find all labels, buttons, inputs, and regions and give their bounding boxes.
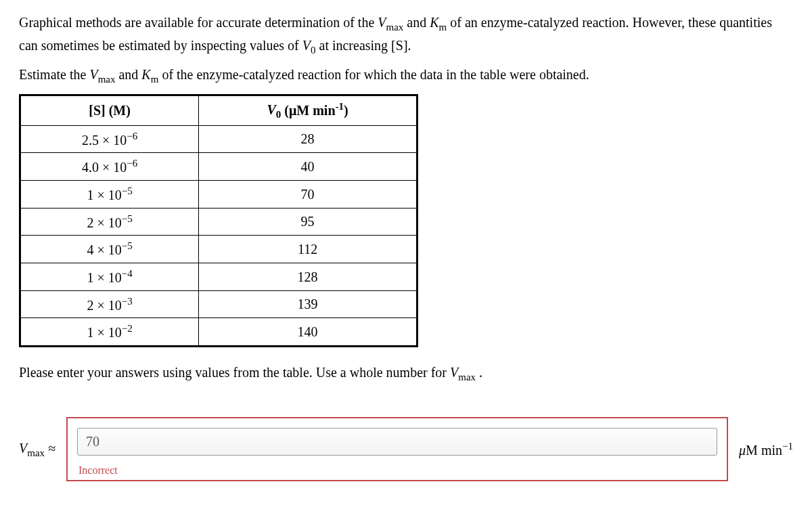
cell-s: 2 × 10−3 — [20, 290, 199, 318]
answer-box: Incorrect — [66, 417, 728, 481]
km-symbol: K — [141, 67, 150, 82]
table-row: 2 × 10−3 139 — [20, 290, 418, 318]
cell-v: 128 — [199, 263, 418, 290]
vmax-symbol: V — [89, 67, 97, 82]
cell-s: 4 × 10−5 — [20, 236, 199, 263]
cell-v: 140 — [199, 318, 418, 347]
cell-v: 139 — [199, 290, 418, 318]
vmax-sub: max — [386, 22, 404, 32]
instruction-paragraph: Please enter your answers using values f… — [19, 362, 793, 385]
vmax-sub: max — [458, 372, 476, 382]
text: Estimate the — [19, 67, 89, 82]
cell-v: 70 — [199, 180, 418, 208]
km-sub: m — [439, 22, 447, 32]
v0-sub: 0 — [311, 45, 316, 56]
cell-s: 4.0 × 10−6 — [20, 153, 199, 181]
intro-paragraph-1: Graphical methods are available for accu… — [19, 12, 793, 58]
cell-s: 1 × 10−4 — [20, 263, 199, 290]
cell-s: 1 × 10−5 — [20, 180, 199, 208]
vmax-input[interactable] — [77, 428, 717, 456]
vmax-sub: max — [98, 74, 116, 85]
header-s: [S] (M) — [20, 95, 199, 125]
table-row: 1 × 10−5 70 — [20, 180, 418, 208]
incorrect-label: Incorrect — [77, 462, 717, 479]
text: of the enzyme-catalyzed reaction for whi… — [158, 67, 589, 82]
table-row: 4.0 × 10−6 40 — [20, 153, 418, 181]
v0-symbol: V — [302, 38, 311, 53]
intro-paragraph-2: Estimate the Vmax and Km of the enzyme-c… — [19, 64, 793, 87]
vmax-answer-row: Vmax ≈ Incorrect μM min−1 — [19, 417, 793, 481]
table-row: 1 × 10−4 128 — [20, 263, 418, 290]
cell-s: 2 × 10−5 — [20, 208, 199, 236]
table-row: 2.5 × 10−6 28 — [20, 125, 418, 153]
text: . — [476, 365, 482, 380]
cell-v: 40 — [199, 153, 418, 181]
table-row: 4 × 10−5 112 — [20, 236, 418, 263]
table-row: 2 × 10−5 95 — [20, 208, 418, 236]
header-v0: V0 (μM min-1) — [199, 95, 418, 125]
cell-s: 2.5 × 10−6 — [20, 125, 199, 153]
vmax-label: Vmax ≈ — [19, 438, 55, 461]
cell-s: 1 × 10−2 — [20, 318, 199, 347]
cell-v: 28 — [199, 125, 418, 153]
vmax-symbol: V — [378, 15, 386, 30]
cell-v: 112 — [199, 236, 418, 263]
table-body: 2.5 × 10−6 28 4.0 × 10−6 40 1 × 10−5 70 … — [20, 125, 418, 346]
table-header-row: [S] (M) V0 (μM min-1) — [20, 95, 418, 125]
cell-v: 95 — [199, 208, 418, 236]
text: and — [115, 67, 141, 82]
text: Graphical methods are available for accu… — [19, 15, 378, 30]
kinetics-table: [S] (M) V0 (μM min-1) 2.5 × 10−6 28 4.0 … — [19, 94, 418, 347]
text: at increasing [S]. — [316, 38, 411, 53]
text: Please enter your answers using values f… — [19, 365, 450, 380]
vmax-symbol: V — [450, 365, 458, 380]
km-sub: m — [151, 74, 159, 85]
text: and — [403, 15, 430, 30]
table-row: 1 × 10−2 140 — [20, 318, 418, 347]
unit-label: μM min−1 — [739, 439, 793, 460]
km-symbol: K — [430, 15, 438, 30]
